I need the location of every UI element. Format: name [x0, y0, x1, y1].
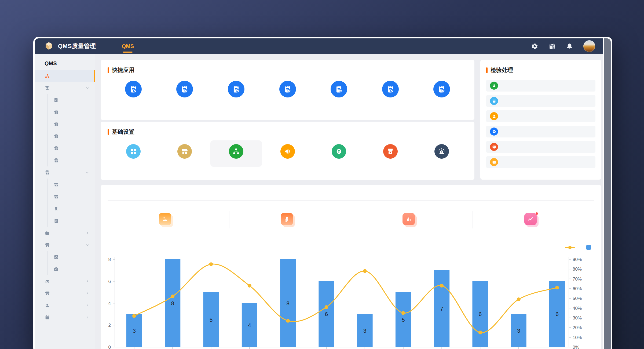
line-point-5[interactable]	[324, 305, 328, 309]
basic-setting-item[interactable]	[262, 140, 313, 167]
quick-app-item[interactable]	[159, 81, 211, 101]
svg-text:4: 4	[108, 301, 111, 306]
app-logo-cube-icon	[44, 41, 54, 51]
sidebar-item-8[interactable]	[35, 166, 95, 179]
line-point-2[interactable]	[209, 262, 213, 266]
sidebar-item-20[interactable]	[35, 311, 95, 323]
svg-text:70%: 70%	[573, 277, 582, 282]
svg-text:30%: 30%	[573, 315, 582, 321]
svg-text:5: 5	[210, 317, 213, 323]
monitor-icon	[490, 143, 498, 151]
chevron-right-icon	[85, 279, 90, 283]
gear-icon[interactable]	[531, 43, 538, 50]
svg-text:2: 2	[108, 323, 111, 328]
quick-app-item[interactable]	[210, 81, 262, 101]
chevron-down-icon	[85, 86, 90, 90]
svg-text:8: 8	[108, 257, 111, 262]
user-icon	[490, 112, 498, 120]
grid-icon	[126, 144, 141, 159]
briefcase-icon	[45, 230, 50, 236]
line-point-0[interactable]	[132, 314, 136, 318]
sidebar-item-12[interactable]	[35, 215, 95, 227]
inspection-panel-title: 检验处理	[486, 66, 595, 74]
gift-icon	[53, 146, 59, 151]
sidebar-item-1[interactable]	[35, 82, 95, 94]
quick-app-item[interactable]	[108, 81, 159, 101]
svg-text:40%: 40%	[573, 306, 582, 311]
nav-tab-qms[interactable]: QMS	[122, 38, 134, 54]
chevron-right-icon	[85, 231, 90, 235]
line-point-10[interactable]	[517, 297, 521, 301]
basic-setting-item[interactable]	[313, 140, 365, 167]
line-point-3[interactable]	[248, 284, 251, 288]
quick-apps-title: 快捷应用	[108, 66, 467, 74]
line-point-1[interactable]	[171, 295, 174, 298]
sidebar-item-17[interactable]	[35, 275, 95, 287]
sidebar-item-14[interactable]	[35, 239, 95, 251]
basic-setting-item[interactable]	[416, 140, 467, 167]
sidebar-item-7[interactable]	[35, 154, 95, 166]
chevron-right-icon	[85, 315, 90, 320]
line-point-7[interactable]	[401, 311, 405, 315]
inspection-row[interactable]	[486, 95, 595, 107]
legend-item-0[interactable]	[565, 247, 577, 248]
clipboard-check-icon	[382, 81, 399, 97]
trophy-icon	[45, 85, 50, 91]
siren-icon	[434, 144, 449, 159]
user-avatar[interactable]	[583, 40, 595, 52]
legend-line-marker	[565, 247, 575, 248]
svg-text:50%: 50%	[573, 296, 582, 301]
sidebar-item-13[interactable]	[35, 227, 95, 239]
inspection-row[interactable]	[486, 126, 595, 137]
sidebar-item-3[interactable]	[35, 106, 95, 118]
quick-app-item[interactable]	[365, 81, 416, 101]
chevron-right-icon	[85, 291, 90, 296]
store-icon	[45, 242, 50, 248]
clipboard-check-icon	[228, 81, 244, 97]
sidebar-item-19[interactable]	[35, 299, 95, 311]
calendar-check-icon[interactable]	[548, 43, 556, 50]
sidebar-item-2[interactable]	[35, 94, 95, 106]
store-icon	[45, 290, 50, 296]
basic-setting-item[interactable]	[159, 140, 211, 167]
stat-item	[108, 211, 229, 228]
quality-feedback-card: 024680%10%20%30%40%50%60%70%80%90%385486…	[101, 185, 601, 349]
sidebar-item-15[interactable]	[35, 251, 95, 263]
quick-app-item[interactable]	[262, 81, 313, 101]
idcard-icon	[281, 213, 295, 227]
svg-text:6: 6	[555, 311, 559, 317]
sidebar-item-5[interactable]	[35, 130, 95, 142]
scrollbar[interactable]	[603, 38, 611, 349]
sidebar-item-16[interactable]	[35, 263, 95, 275]
svg-text:6: 6	[108, 279, 111, 284]
inspection-row[interactable]	[486, 141, 595, 153]
inspection-row[interactable]	[486, 110, 595, 122]
bell-icon[interactable]	[566, 43, 573, 50]
inspection-row[interactable]	[486, 80, 595, 92]
sidebar-item-0[interactable]	[35, 70, 95, 82]
svg-text:8: 8	[171, 300, 174, 306]
sidebar-item-11[interactable]	[35, 203, 95, 215]
quick-app-item[interactable]	[313, 81, 365, 101]
quality-tabs	[108, 185, 594, 201]
basic-settings-title: 基础设置	[108, 128, 467, 136]
inspection-row[interactable]	[486, 156, 595, 168]
sidebar-item-4[interactable]	[35, 118, 95, 130]
line-point-4[interactable]	[286, 319, 290, 323]
quick-app-item[interactable]	[416, 81, 467, 101]
sidebar-item-9[interactable]	[35, 179, 95, 191]
basic-setting-item[interactable]	[210, 140, 262, 167]
basic-setting-item[interactable]	[108, 140, 159, 167]
sidebar-item-18[interactable]	[35, 287, 95, 299]
sidebar-item-6[interactable]	[35, 142, 95, 154]
line-point-6[interactable]	[363, 269, 367, 273]
legend-item-1[interactable]	[586, 245, 593, 250]
quality-chart[interactable]: 024680%10%20%30%40%50%60%70%80%90%385486…	[101, 252, 601, 349]
basic-setting-item[interactable]	[365, 140, 416, 167]
line-point-8[interactable]	[440, 284, 444, 288]
chevron-right-icon	[85, 303, 90, 308]
svg-text:7: 7	[440, 306, 443, 312]
line-point-9[interactable]	[478, 331, 482, 335]
line-point-11[interactable]	[555, 286, 559, 289]
sidebar-item-10[interactable]	[35, 191, 95, 203]
